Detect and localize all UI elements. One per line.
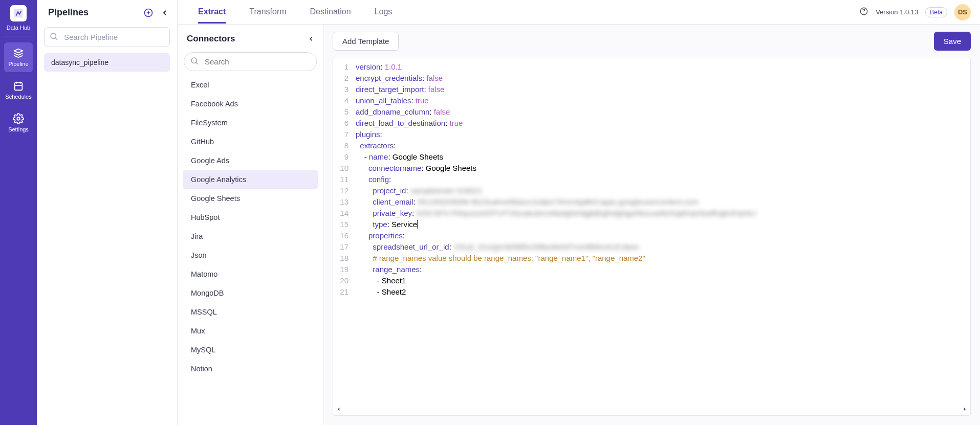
beta-badge: Beta <box>925 7 947 17</box>
svg-rect-0 <box>15 83 23 91</box>
nav-settings[interactable]: Settings <box>4 108 33 138</box>
tab-transform[interactable]: Transform <box>249 1 286 24</box>
search-pipeline-input[interactable] <box>44 27 170 47</box>
connector-item[interactable]: Facebook Ads <box>183 95 318 113</box>
connector-item[interactable]: Google Ads <box>183 151 318 170</box>
connector-item[interactable]: MySQL <box>183 341 318 359</box>
svg-point-1 <box>17 117 20 120</box>
search-connectors-input[interactable] <box>184 52 317 71</box>
connector-item[interactable]: Excel <box>183 76 318 94</box>
connector-item[interactable]: Matomo <box>183 265 318 283</box>
code-editor[interactable]: 123456789101112131415161718192021 versio… <box>333 58 971 416</box>
svg-point-5 <box>191 58 197 63</box>
connector-item[interactable]: Json <box>183 246 318 264</box>
connector-item[interactable]: HubSpot <box>183 208 318 227</box>
collapse-pipelines-icon[interactable] <box>161 9 169 17</box>
connector-item[interactable]: Notion <box>183 360 318 378</box>
svg-point-3 <box>51 33 56 39</box>
nav-schedules[interactable]: Schedules <box>4 75 33 105</box>
brand-icon <box>10 5 27 21</box>
connector-item[interactable]: Google Sheets <box>183 189 318 208</box>
scroll-left-icon[interactable] <box>336 407 341 412</box>
search-icon <box>190 56 199 68</box>
connector-item[interactable]: FileSystem <box>183 114 318 132</box>
nav-pipeline[interactable]: Pipeline <box>4 42 33 72</box>
connector-item[interactable]: GitHub <box>183 132 318 151</box>
main: Extract Transform Destination Logs Versi… <box>178 0 980 425</box>
avatar[interactable]: DS <box>954 4 971 20</box>
connector-list[interactable]: ExcelFacebook AdsFileSystemGitHubGoogle … <box>178 75 323 425</box>
pipelines-title: Pipelines <box>48 7 89 18</box>
nav-settings-label: Settings <box>8 126 29 132</box>
connectors-title: Connectors <box>187 34 235 44</box>
version-label: Version 1.0.13 <box>876 8 918 16</box>
code-content[interactable]: version: 1.0.1encrypt_credentials: false… <box>353 58 970 405</box>
save-button[interactable]: Save <box>934 32 971 51</box>
horizontal-scrollbar[interactable] <box>347 405 956 412</box>
connector-item[interactable]: Google Analytics <box>183 170 318 189</box>
line-gutter: 123456789101112131415161718192021 <box>333 58 353 405</box>
pipeline-list: datasync_pipeline <box>37 51 177 74</box>
pipelines-panel: Pipelines datasync_pipeline <box>37 0 178 425</box>
add-pipeline-icon[interactable] <box>143 8 154 18</box>
tab-logs[interactable]: Logs <box>375 1 393 24</box>
tabs: Extract Transform Destination Logs <box>198 1 392 24</box>
pipeline-item[interactable]: datasync_pipeline <box>44 53 170 72</box>
connector-item[interactable]: MSSQL <box>183 303 318 321</box>
editor-area: Add Template Save 1234567891011121314151… <box>323 25 980 425</box>
connector-item[interactable]: MongoDB <box>183 284 318 302</box>
search-icon <box>49 32 58 43</box>
tab-extract[interactable]: Extract <box>198 1 226 24</box>
connectors-panel: Connectors ExcelFacebook AdsFileSystemGi… <box>178 25 323 425</box>
collapse-connectors-icon[interactable] <box>308 35 315 42</box>
connector-item[interactable]: Jira <box>183 227 318 245</box>
nav-pipeline-label: Pipeline <box>8 61 28 67</box>
brand: Data Hub <box>4 5 33 36</box>
nav-schedules-label: Schedules <box>5 94 31 100</box>
icon-sidebar: Data Hub Pipeline Schedules Settings <box>0 0 37 425</box>
tab-destination[interactable]: Destination <box>310 1 351 24</box>
add-template-button[interactable]: Add Template <box>333 32 399 51</box>
top-bar: Extract Transform Destination Logs Versi… <box>178 0 980 25</box>
connector-item[interactable]: Mux <box>183 322 318 340</box>
brand-label: Data Hub <box>7 25 30 31</box>
help-icon[interactable] <box>859 7 868 18</box>
scroll-right-icon[interactable] <box>962 407 967 412</box>
